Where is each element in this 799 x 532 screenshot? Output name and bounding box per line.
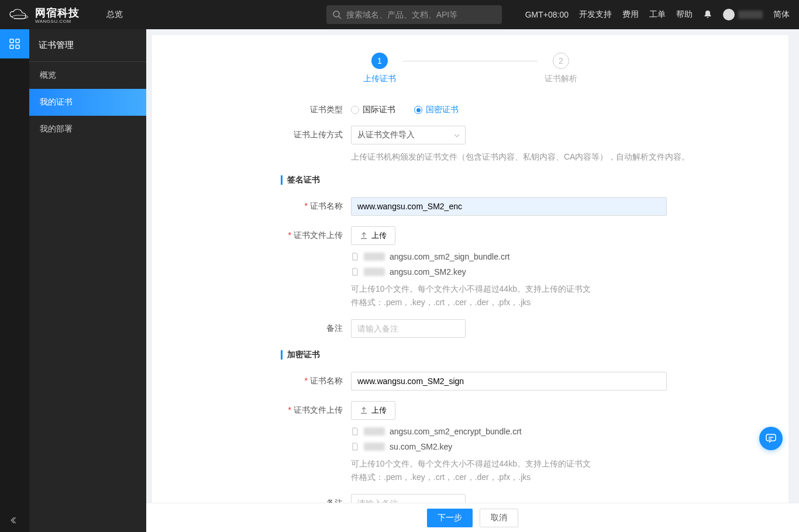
file-name: angsu.com_SM2.key xyxy=(390,267,466,277)
file-prefix-masked xyxy=(364,268,385,276)
file-row[interactable]: angsu.com_SM2.key xyxy=(351,267,667,277)
input-sign-name[interactable] xyxy=(351,197,667,216)
sidebar-item-my-certs[interactable]: 我的证书 xyxy=(29,89,146,116)
radio-dot-icon xyxy=(351,106,359,114)
form-panel: 1 上传证书 2 证书解析 证书类型 xyxy=(152,35,788,503)
sign-file-list: angsu.com_sm2_sign_bundle.crt angsu.com_… xyxy=(351,252,667,277)
label-cert-type: 证书类型 xyxy=(281,101,351,115)
link-billing[interactable]: 费用 xyxy=(622,9,639,20)
step-parse: 2 证书解析 xyxy=(538,53,584,84)
avatar xyxy=(723,9,735,20)
bell-icon[interactable] xyxy=(703,10,712,19)
search-icon xyxy=(332,10,342,19)
step-upload: 1 上传证书 xyxy=(356,53,403,84)
label-sign-file: 证书文件上传 xyxy=(294,230,343,240)
radio-gm-label: 国密证书 xyxy=(426,105,459,115)
lang-switch[interactable]: 简体 xyxy=(773,9,790,20)
select-upload-method-value: 从证书文件导入 xyxy=(357,130,415,140)
radio-international-label: 国际证书 xyxy=(363,105,395,115)
step-connector xyxy=(403,61,538,61)
chat-fab[interactable] xyxy=(759,427,783,450)
link-help[interactable]: 帮助 xyxy=(676,9,693,20)
svg-rect-4 xyxy=(16,39,19,43)
bottom-bar: 下一步 取消 xyxy=(146,503,799,532)
link-ticket[interactable]: 工单 xyxy=(649,9,666,20)
upload-method-hint: 上传证书机构颁发的证书文件（包含证书内容、私钥内容、CA内容等），自动解析文件内… xyxy=(351,150,765,163)
stepper: 1 上传证书 2 证书解析 xyxy=(175,53,765,84)
upload-btn-label: 上传 xyxy=(371,230,387,241)
radio-international[interactable]: 国际证书 xyxy=(351,105,395,115)
file-name: angsu.com_sm2_sign_bundle.crt xyxy=(390,252,509,261)
step2-circle: 2 xyxy=(553,53,569,69)
cloud-icon xyxy=(9,9,30,20)
timezone[interactable]: GMT+08:00 xyxy=(525,10,569,19)
sidebar-item-my-deploy[interactable]: 我的部署 xyxy=(29,116,146,143)
user-menu[interactable] xyxy=(723,9,763,20)
file-name: angsu.com_sm2_encrypt_bundle.crt xyxy=(390,427,522,436)
file-icon xyxy=(351,253,359,261)
file-row[interactable]: angsu.com_sm2_sign_bundle.crt xyxy=(351,252,667,261)
section-enc-title: 加密证书 xyxy=(287,350,320,360)
file-prefix-masked xyxy=(364,427,385,436)
upload-enc-button[interactable]: 上传 xyxy=(351,401,395,420)
chevron-down-icon xyxy=(453,132,460,139)
select-upload-method[interactable]: 从证书文件导入 xyxy=(351,126,466,144)
brand-text: 网宿科技 xyxy=(35,6,80,20)
search-input[interactable] xyxy=(326,5,502,24)
section-bar-icon xyxy=(281,175,283,185)
header-right: GMT+08:00 开发支持 费用 工单 帮助 简体 xyxy=(525,9,790,20)
file-prefix-masked xyxy=(364,443,385,451)
link-dev-support[interactable]: 开发支持 xyxy=(579,9,612,20)
svg-rect-3 xyxy=(10,39,13,43)
svg-rect-5 xyxy=(10,45,13,49)
label-sign-remark: 备注 xyxy=(281,319,351,334)
label-enc-name: 证书名称 xyxy=(310,376,343,385)
step2-label: 证书解析 xyxy=(545,74,577,84)
file-row[interactable]: su.com_SM2.key xyxy=(351,442,667,451)
main-area: 1 上传证书 2 证书解析 证书类型 xyxy=(146,29,799,532)
section-bar-icon xyxy=(281,350,283,360)
file-icon xyxy=(351,268,359,276)
sidebar-item-overview[interactable]: 概览 xyxy=(29,62,146,89)
username-masked xyxy=(738,11,763,19)
nav-overview[interactable]: 总览 xyxy=(92,9,137,20)
sign-file-hint: 可上传10个文件。每个文件大小不得超过44kb。支持上传的证书文件格式：.pem… xyxy=(351,282,597,309)
svg-point-1 xyxy=(333,11,339,17)
rail-apps-icon[interactable] xyxy=(0,29,29,58)
chat-icon xyxy=(765,433,777,444)
input-sign-remark[interactable] xyxy=(351,319,466,338)
icon-rail xyxy=(0,29,29,532)
file-name: su.com_SM2.key xyxy=(390,442,452,451)
rail-collapse-icon[interactable] xyxy=(0,509,29,532)
label-enc-file: 证书文件上传 xyxy=(294,405,343,414)
upload-icon xyxy=(360,232,368,240)
enc-file-list: angsu.com_sm2_encrypt_bundle.crt su.com_… xyxy=(351,427,667,451)
brand-logo[interactable]: 网宿科技 WANGSU.COM xyxy=(0,6,92,24)
upload-btn-label: 上传 xyxy=(371,405,387,416)
label-enc-remark: 备注 xyxy=(281,494,351,503)
sidebar: 证书管理 概览 我的证书 我的部署 xyxy=(29,29,146,532)
svg-rect-6 xyxy=(16,45,19,49)
section-sign: 签名证书 xyxy=(281,175,765,185)
search-wrap xyxy=(326,5,502,24)
input-enc-remark[interactable] xyxy=(351,494,466,503)
label-upload-method: 证书上传方式 xyxy=(281,126,351,140)
radio-gm[interactable]: 国密证书 xyxy=(414,105,459,115)
upload-sign-button[interactable]: 上传 xyxy=(351,226,395,245)
file-row[interactable]: angsu.com_sm2_encrypt_bundle.crt xyxy=(351,427,667,436)
file-icon xyxy=(351,443,359,451)
sidebar-title: 证书管理 xyxy=(29,29,146,62)
upload-icon xyxy=(360,406,368,414)
file-prefix-masked xyxy=(364,253,385,261)
next-button[interactable]: 下一步 xyxy=(427,509,473,527)
input-enc-name[interactable] xyxy=(351,372,667,391)
radio-dot-checked-icon xyxy=(414,106,422,114)
top-header: 网宿科技 WANGSU.COM 总览 GMT+08:00 开发支持 费用 工单 … xyxy=(0,0,799,29)
enc-file-hint: 可上传10个文件。每个文件大小不得超过44kb。支持上传的证书文件格式：.pem… xyxy=(351,457,597,483)
step1-circle: 1 xyxy=(371,53,388,69)
cancel-button[interactable]: 取消 xyxy=(480,509,518,527)
section-sign-title: 签名证书 xyxy=(287,175,320,185)
svg-line-2 xyxy=(339,16,341,19)
file-icon xyxy=(351,427,359,436)
label-sign-name: 证书名称 xyxy=(310,201,343,210)
